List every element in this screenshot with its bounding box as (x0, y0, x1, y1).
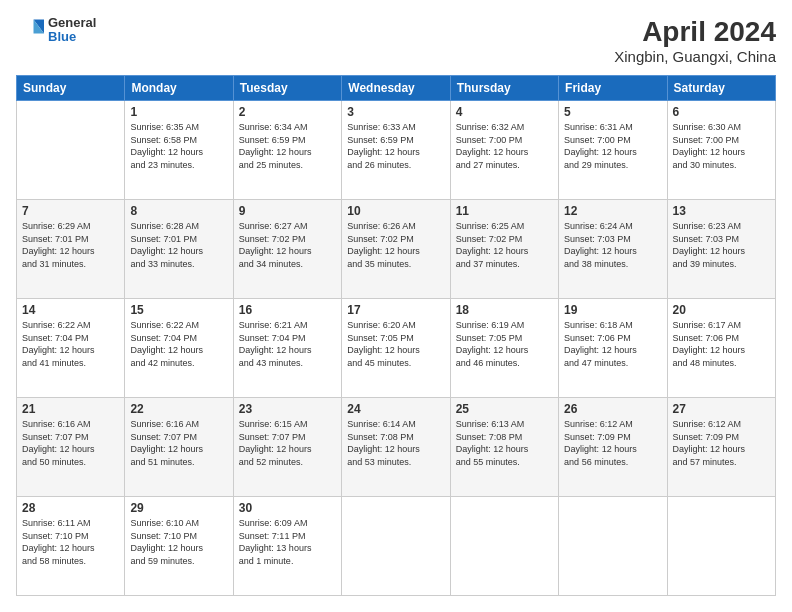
logo-general: General (48, 16, 96, 30)
calendar-cell: 2Sunrise: 6:34 AM Sunset: 6:59 PM Daylig… (233, 101, 341, 200)
calendar-cell (17, 101, 125, 200)
day-number: 1 (130, 105, 227, 119)
day-number: 22 (130, 402, 227, 416)
calendar-cell: 24Sunrise: 6:14 AM Sunset: 7:08 PM Dayli… (342, 398, 450, 497)
weekday-header: Tuesday (233, 76, 341, 101)
day-number: 5 (564, 105, 661, 119)
day-number: 13 (673, 204, 770, 218)
day-info: Sunrise: 6:19 AM Sunset: 7:05 PM Dayligh… (456, 319, 553, 369)
calendar-cell: 14Sunrise: 6:22 AM Sunset: 7:04 PM Dayli… (17, 299, 125, 398)
day-number: 15 (130, 303, 227, 317)
day-info: Sunrise: 6:13 AM Sunset: 7:08 PM Dayligh… (456, 418, 553, 468)
day-number: 26 (564, 402, 661, 416)
day-number: 18 (456, 303, 553, 317)
calendar-cell: 23Sunrise: 6:15 AM Sunset: 7:07 PM Dayli… (233, 398, 341, 497)
day-number: 19 (564, 303, 661, 317)
day-info: Sunrise: 6:28 AM Sunset: 7:01 PM Dayligh… (130, 220, 227, 270)
calendar-table: SundayMondayTuesdayWednesdayThursdayFrid… (16, 75, 776, 596)
day-number: 3 (347, 105, 444, 119)
calendar-week-row: 14Sunrise: 6:22 AM Sunset: 7:04 PM Dayli… (17, 299, 776, 398)
logo: General Blue (16, 16, 96, 45)
calendar-cell: 15Sunrise: 6:22 AM Sunset: 7:04 PM Dayli… (125, 299, 233, 398)
calendar-cell: 9Sunrise: 6:27 AM Sunset: 7:02 PM Daylig… (233, 200, 341, 299)
day-info: Sunrise: 6:14 AM Sunset: 7:08 PM Dayligh… (347, 418, 444, 468)
page: General Blue April 2024 Xingbin, Guangxi… (0, 0, 792, 612)
day-number: 16 (239, 303, 336, 317)
calendar-cell: 21Sunrise: 6:16 AM Sunset: 7:07 PM Dayli… (17, 398, 125, 497)
logo-blue: Blue (48, 30, 96, 44)
weekday-header: Wednesday (342, 76, 450, 101)
calendar-cell: 12Sunrise: 6:24 AM Sunset: 7:03 PM Dayli… (559, 200, 667, 299)
calendar-header-row: SundayMondayTuesdayWednesdayThursdayFrid… (17, 76, 776, 101)
day-info: Sunrise: 6:35 AM Sunset: 6:58 PM Dayligh… (130, 121, 227, 171)
day-info: Sunrise: 6:16 AM Sunset: 7:07 PM Dayligh… (22, 418, 119, 468)
calendar-cell: 16Sunrise: 6:21 AM Sunset: 7:04 PM Dayli… (233, 299, 341, 398)
day-info: Sunrise: 6:15 AM Sunset: 7:07 PM Dayligh… (239, 418, 336, 468)
calendar-cell: 10Sunrise: 6:26 AM Sunset: 7:02 PM Dayli… (342, 200, 450, 299)
day-info: Sunrise: 6:34 AM Sunset: 6:59 PM Dayligh… (239, 121, 336, 171)
logo-text: General Blue (48, 16, 96, 45)
calendar-cell: 18Sunrise: 6:19 AM Sunset: 7:05 PM Dayli… (450, 299, 558, 398)
day-info: Sunrise: 6:25 AM Sunset: 7:02 PM Dayligh… (456, 220, 553, 270)
calendar-cell: 25Sunrise: 6:13 AM Sunset: 7:08 PM Dayli… (450, 398, 558, 497)
day-info: Sunrise: 6:30 AM Sunset: 7:00 PM Dayligh… (673, 121, 770, 171)
calendar-cell: 7Sunrise: 6:29 AM Sunset: 7:01 PM Daylig… (17, 200, 125, 299)
calendar-cell: 27Sunrise: 6:12 AM Sunset: 7:09 PM Dayli… (667, 398, 775, 497)
weekday-header: Friday (559, 76, 667, 101)
day-number: 20 (673, 303, 770, 317)
day-info: Sunrise: 6:22 AM Sunset: 7:04 PM Dayligh… (22, 319, 119, 369)
day-number: 23 (239, 402, 336, 416)
day-number: 7 (22, 204, 119, 218)
day-number: 29 (130, 501, 227, 515)
day-number: 30 (239, 501, 336, 515)
weekday-header: Monday (125, 76, 233, 101)
day-info: Sunrise: 6:29 AM Sunset: 7:01 PM Dayligh… (22, 220, 119, 270)
day-info: Sunrise: 6:21 AM Sunset: 7:04 PM Dayligh… (239, 319, 336, 369)
calendar-cell: 22Sunrise: 6:16 AM Sunset: 7:07 PM Dayli… (125, 398, 233, 497)
calendar-cell: 6Sunrise: 6:30 AM Sunset: 7:00 PM Daylig… (667, 101, 775, 200)
calendar-cell: 17Sunrise: 6:20 AM Sunset: 7:05 PM Dayli… (342, 299, 450, 398)
day-info: Sunrise: 6:10 AM Sunset: 7:10 PM Dayligh… (130, 517, 227, 567)
calendar-cell (559, 497, 667, 596)
calendar-cell: 19Sunrise: 6:18 AM Sunset: 7:06 PM Dayli… (559, 299, 667, 398)
calendar-cell: 28Sunrise: 6:11 AM Sunset: 7:10 PM Dayli… (17, 497, 125, 596)
weekday-header: Saturday (667, 76, 775, 101)
calendar-cell: 26Sunrise: 6:12 AM Sunset: 7:09 PM Dayli… (559, 398, 667, 497)
day-info: Sunrise: 6:09 AM Sunset: 7:11 PM Dayligh… (239, 517, 336, 567)
calendar-week-row: 28Sunrise: 6:11 AM Sunset: 7:10 PM Dayli… (17, 497, 776, 596)
day-number: 17 (347, 303, 444, 317)
calendar-cell: 1Sunrise: 6:35 AM Sunset: 6:58 PM Daylig… (125, 101, 233, 200)
day-info: Sunrise: 6:27 AM Sunset: 7:02 PM Dayligh… (239, 220, 336, 270)
calendar-cell: 20Sunrise: 6:17 AM Sunset: 7:06 PM Dayli… (667, 299, 775, 398)
calendar-week-row: 21Sunrise: 6:16 AM Sunset: 7:07 PM Dayli… (17, 398, 776, 497)
calendar-week-row: 1Sunrise: 6:35 AM Sunset: 6:58 PM Daylig… (17, 101, 776, 200)
day-info: Sunrise: 6:22 AM Sunset: 7:04 PM Dayligh… (130, 319, 227, 369)
calendar-cell (450, 497, 558, 596)
calendar-cell: 11Sunrise: 6:25 AM Sunset: 7:02 PM Dayli… (450, 200, 558, 299)
day-number: 25 (456, 402, 553, 416)
calendar-cell: 8Sunrise: 6:28 AM Sunset: 7:01 PM Daylig… (125, 200, 233, 299)
day-info: Sunrise: 6:32 AM Sunset: 7:00 PM Dayligh… (456, 121, 553, 171)
header: General Blue April 2024 Xingbin, Guangxi… (16, 16, 776, 65)
day-number: 6 (673, 105, 770, 119)
day-info: Sunrise: 6:12 AM Sunset: 7:09 PM Dayligh… (564, 418, 661, 468)
calendar-cell: 5Sunrise: 6:31 AM Sunset: 7:00 PM Daylig… (559, 101, 667, 200)
day-info: Sunrise: 6:26 AM Sunset: 7:02 PM Dayligh… (347, 220, 444, 270)
calendar-cell: 4Sunrise: 6:32 AM Sunset: 7:00 PM Daylig… (450, 101, 558, 200)
day-number: 9 (239, 204, 336, 218)
day-info: Sunrise: 6:16 AM Sunset: 7:07 PM Dayligh… (130, 418, 227, 468)
day-number: 27 (673, 402, 770, 416)
day-number: 11 (456, 204, 553, 218)
calendar-cell (342, 497, 450, 596)
day-number: 12 (564, 204, 661, 218)
weekday-header: Sunday (17, 76, 125, 101)
calendar-cell: 30Sunrise: 6:09 AM Sunset: 7:11 PM Dayli… (233, 497, 341, 596)
day-info: Sunrise: 6:31 AM Sunset: 7:00 PM Dayligh… (564, 121, 661, 171)
page-subtitle: Xingbin, Guangxi, China (614, 48, 776, 65)
calendar-cell: 29Sunrise: 6:10 AM Sunset: 7:10 PM Dayli… (125, 497, 233, 596)
page-title: April 2024 (614, 16, 776, 48)
weekday-header: Thursday (450, 76, 558, 101)
calendar-cell: 13Sunrise: 6:23 AM Sunset: 7:03 PM Dayli… (667, 200, 775, 299)
calendar-cell: 3Sunrise: 6:33 AM Sunset: 6:59 PM Daylig… (342, 101, 450, 200)
title-block: April 2024 Xingbin, Guangxi, China (614, 16, 776, 65)
